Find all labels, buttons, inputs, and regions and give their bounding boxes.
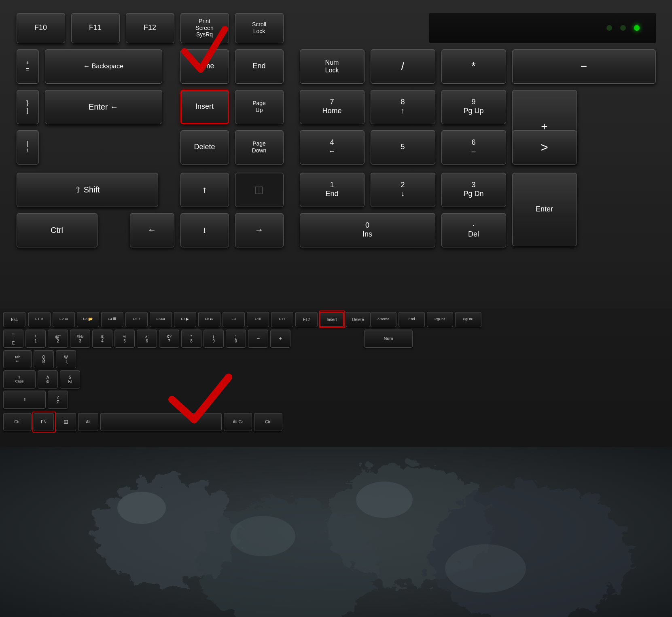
led-scrolllock: [634, 25, 640, 31]
bkey-f10[interactable]: F10: [247, 312, 269, 327]
bkey-f5[interactable]: F5 ♪: [125, 312, 148, 327]
bkey-altgr[interactable]: Alt Gr: [224, 413, 252, 431]
bkey-f9[interactable]: F9: [223, 312, 245, 327]
bkey-z[interactable]: ZЯ: [48, 391, 68, 409]
key-up[interactable]: ↑: [180, 173, 229, 207]
bkey-7[interactable]: &?7: [159, 330, 179, 348]
key-num-enter[interactable]: Enter: [512, 173, 577, 246]
bkey-insert[interactable]: Insert: [320, 312, 344, 327]
bkey-2[interactable]: @"2: [48, 330, 68, 348]
key-num2[interactable]: 2 ↓: [371, 173, 435, 207]
key-num5[interactable]: 5: [371, 130, 435, 165]
key-num1[interactable]: 1 End: [300, 173, 365, 207]
key-scrolllock[interactable]: Scroll Lock: [235, 13, 284, 43]
key-pagedown[interactable]: Page Down: [235, 130, 284, 165]
key-home[interactable]: Home: [180, 49, 229, 84]
key-shift[interactable]: ⇧ Shift: [17, 173, 158, 207]
bkey-tab[interactable]: Tab⇤: [3, 350, 32, 368]
key-right[interactable]: →: [235, 213, 284, 247]
bkey-fn[interactable]: FN: [34, 413, 54, 431]
bkey-f11[interactable]: F11: [271, 312, 293, 327]
key-num-slash[interactable]: /: [371, 49, 435, 84]
top-keyboard: F10 F11 F12 Print Screen SysRq Scroll Lo…: [17, 13, 656, 296]
bkey-8[interactable]: *8: [181, 330, 201, 348]
key-num7[interactable]: 7 Home: [300, 90, 365, 124]
bkey-f3[interactable]: F3 📂: [77, 312, 99, 327]
key-insert[interactable]: Insert: [180, 90, 229, 124]
bkey-s[interactable]: SЫ: [60, 370, 80, 389]
key-numlock[interactable]: Num Lock: [300, 49, 365, 84]
bkey-3[interactable]: #№3: [70, 330, 90, 348]
key-num4[interactable]: 4 ←: [300, 130, 365, 165]
bkey-pgup[interactable]: PgUp↑: [427, 312, 453, 327]
bkey-f12[interactable]: F12: [295, 312, 318, 327]
key-down[interactable]: ↓: [180, 213, 229, 247]
bkey-ctrl-left[interactable]: Ctrl: [3, 413, 32, 431]
key-num0[interactable]: 0 Ins: [300, 213, 435, 247]
bkey-home[interactable]: ⌂Home: [370, 312, 396, 327]
bottom-keyboard-section: Esc F1 ☀ F2 ✉ F3 📂 F4 🖩 F5 ♪ F6 ⏮ F7 ▶ F…: [0, 308, 672, 617]
key-num-star[interactable]: *: [441, 49, 506, 84]
bkey-6[interactable]: ∧:6: [137, 330, 157, 348]
bkey-f2[interactable]: F2 ✉: [53, 312, 75, 327]
key-end[interactable]: End: [235, 49, 284, 84]
key-num8[interactable]: 8 ↑: [371, 90, 435, 124]
key-num3[interactable]: 3 Pg Dn: [441, 173, 506, 207]
bkey-numlock-label: Num: [364, 330, 413, 348]
bkey-f6[interactable]: F6 ⏮: [150, 312, 172, 327]
bkey-q[interactable]: QЙ: [34, 350, 54, 368]
key-delete[interactable]: Delete: [180, 130, 229, 165]
led-numlock: [606, 25, 612, 31]
bkey-4[interactable]: $;4: [92, 330, 112, 348]
key-f12[interactable]: F12: [126, 13, 174, 43]
key-pageup[interactable]: Page Up: [235, 90, 284, 124]
bkey-a[interactable]: AФ: [38, 370, 58, 389]
bkey-plus[interactable]: +: [270, 330, 290, 348]
bkey-lshift[interactable]: ⇧: [3, 391, 46, 409]
bkey-5[interactable]: %5: [114, 330, 135, 348]
bkey-end[interactable]: End: [399, 312, 425, 327]
key-plus-eq[interactable]: +=: [17, 49, 39, 84]
key-numdot[interactable]: · Del: [441, 213, 506, 247]
bkey-esc[interactable]: Esc: [3, 312, 25, 327]
bkey-win[interactable]: ⊞: [56, 413, 76, 431]
svg-point-6: [231, 516, 295, 556]
key-left[interactable]: ←: [130, 213, 174, 247]
key-num-chevron[interactable]: >: [512, 130, 577, 165]
bottom-keyboard: Esc F1 ☀ F2 ✉ F3 📂 F4 🖩 F5 ♪ F6 ⏮ F7 ▶ F…: [0, 308, 672, 617]
key-enter[interactable]: Enter ←: [45, 90, 162, 124]
bkey-space[interactable]: [100, 413, 222, 431]
bkey-f8[interactable]: F8 ⏭: [198, 312, 220, 327]
bkey-f7[interactable]: F7 ▶: [174, 312, 196, 327]
svg-point-8: [445, 544, 526, 593]
bkey-alt[interactable]: Alt: [78, 413, 98, 431]
key-pipe[interactable]: |\: [17, 130, 39, 165]
svg-point-4: [425, 480, 627, 617]
led-capslock: [620, 25, 626, 31]
bkey-f4[interactable]: F4 🖩: [101, 312, 123, 327]
top-keyboard-section: F10 F11 F12 Print Screen SysRq Scroll Lo…: [0, 0, 672, 308]
svg-point-5: [117, 492, 166, 524]
key-f11[interactable]: F11: [71, 13, 120, 43]
key-num6[interactable]: 6 –: [441, 130, 506, 165]
bkey-caps[interactable]: ⇪Caps: [3, 370, 36, 389]
key-backspace[interactable]: ← Backspace: [45, 49, 162, 84]
bkey-w[interactable]: WЦ: [56, 350, 76, 368]
bkey-minus[interactable]: −: [248, 330, 268, 348]
bkey-f1[interactable]: F1 ☀: [28, 312, 51, 327]
key-numpad-logo: ◫: [235, 173, 284, 207]
bkey-ctrl-right[interactable]: Ctrl: [254, 413, 282, 431]
key-printscreen[interactable]: Print Screen SysRq: [180, 13, 229, 43]
bkey-pgdn[interactable]: PgDn↓: [455, 312, 481, 327]
bkey-delete[interactable]: Delete: [346, 312, 370, 327]
key-num9[interactable]: 9 Pg Up: [441, 90, 506, 124]
bkey-0[interactable]: )0: [226, 330, 246, 348]
bkey-1[interactable]: !1: [25, 330, 46, 348]
water-texture-overlay: [0, 447, 672, 617]
key-num-minus[interactable]: −: [512, 49, 656, 84]
key-f10[interactable]: F10: [17, 13, 65, 43]
key-ctrl-left[interactable]: Ctrl: [17, 213, 98, 247]
bkey-9[interactable]: (9: [204, 330, 224, 348]
bkey-tilde[interactable]: ~`Ё: [3, 330, 23, 348]
key-brace[interactable]: }]: [17, 90, 39, 124]
